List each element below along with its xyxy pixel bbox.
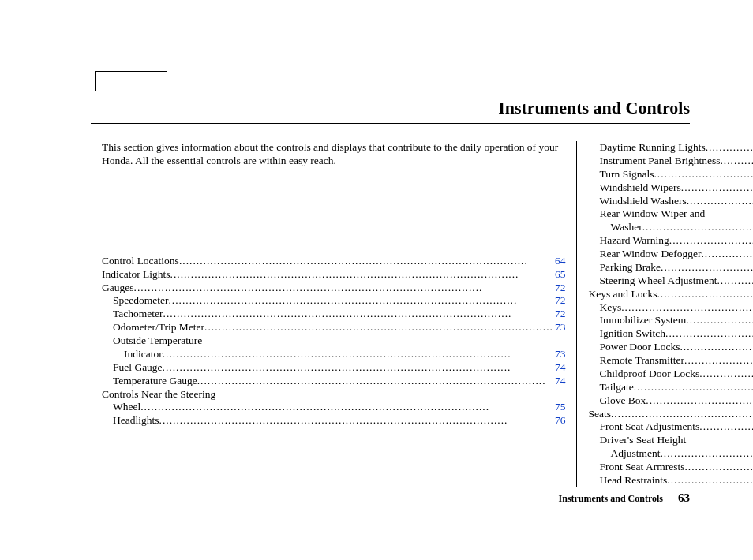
toc-label: Windshield Wipers: [588, 181, 680, 195]
toc-entry[interactable]: Turn Signals 77: [588, 168, 753, 181]
toc-leader-dots: [179, 255, 553, 268]
toc-label: Tachometer: [102, 308, 163, 321]
toc-page-number[interactable]: 74: [553, 375, 566, 388]
toc-page-number[interactable]: 64: [553, 255, 566, 268]
toc-entry[interactable]: Gauges 72: [102, 282, 565, 295]
toc-leader-dots: [665, 327, 753, 341]
toc-page-number[interactable]: 76: [553, 414, 566, 427]
toc-entry[interactable]: Steering Wheel Adjustment 83: [588, 274, 753, 288]
toc-leader-dots: [669, 234, 753, 248]
page-footer: Instruments and Controls 63: [559, 491, 690, 505]
toc-label: Odometer/Trip Meter: [102, 321, 204, 334]
toc-leader-dots: [687, 195, 753, 208]
toc-entry: Driver's Seat Height: [588, 434, 753, 447]
toc-leader-dots: [657, 288, 753, 301]
toc-page-number[interactable]: 72: [553, 308, 566, 321]
toc-entry[interactable]: Wheel 75: [102, 401, 565, 414]
toc-entry[interactable]: Control Locations 64: [102, 255, 565, 268]
toc-leader-dots: [170, 268, 553, 282]
toc-leader-dots: [168, 294, 553, 308]
toc-label: Turn Signals: [588, 168, 654, 181]
toc-entry: Outside Temperature: [102, 334, 565, 348]
toc-entry[interactable]: Adjustment 98: [588, 447, 753, 461]
toc-entry[interactable]: Daytime Running Lights 77: [588, 141, 753, 155]
toc-leader-dots: [611, 408, 753, 421]
footer-title: Instruments and Controls: [559, 493, 663, 504]
toc-entry[interactable]: Windshield Wipers 78: [588, 181, 753, 195]
chapter-title: Instruments and Controls: [91, 98, 690, 118]
toc-entry[interactable]: Remote Transmitter 89: [588, 354, 753, 368]
toc-label: Tailgate: [588, 381, 633, 394]
toc-entry[interactable]: Tachometer 72: [102, 308, 565, 321]
toc-leader-dots: [680, 341, 753, 354]
toc-page-number[interactable]: 72: [553, 282, 566, 295]
toc-label: Keys: [588, 301, 621, 315]
toc-label: Ignition Switch: [588, 327, 665, 341]
footer-page-number: 63: [678, 491, 690, 504]
toc-leader-dots: [204, 321, 553, 334]
column-2: Daytime Running Lights 77Instrument Pane…: [576, 141, 753, 487]
toc-entry[interactable]: Speedometer 72: [102, 294, 565, 308]
toc-entry[interactable]: Front Seat Adjustments 97: [588, 420, 753, 434]
toc-label: Windshield Washers: [588, 195, 686, 208]
toc-label: Headlights: [102, 414, 159, 427]
toc-entry[interactable]: Washer 80: [588, 221, 753, 234]
toc-entry[interactable]: Seats 97: [588, 408, 753, 421]
toc-entry[interactable]: Childproof Door Locks 93: [588, 368, 753, 381]
toc-leader-dots: [134, 282, 553, 295]
toc-leader-dots: [197, 375, 553, 388]
toc-label: Remote Transmitter: [588, 354, 684, 368]
toc-entry[interactable]: Fuel Gauge 74: [102, 361, 565, 375]
toc-entry[interactable]: Head Restraints 99: [588, 474, 753, 487]
toc-leader-dots: [660, 447, 753, 461]
toc-entry[interactable]: Parking Brake 82: [588, 261, 753, 274]
toc-entry[interactable]: Tailgate 93: [588, 381, 753, 394]
toc-entry[interactable]: Temperature Gauge 74: [102, 375, 565, 388]
toc-entry[interactable]: Hazard Warning 81: [588, 234, 753, 248]
toc-label: Gauges: [102, 282, 134, 295]
toc-leader-dots: [163, 348, 553, 361]
toc-page-number[interactable]: 72: [553, 294, 566, 308]
toc-page-number[interactable]: 73: [553, 321, 566, 334]
toc-label: Adjustment: [588, 447, 660, 461]
toc-leader-dots: [684, 461, 753, 474]
column-1: This section gives information about the…: [91, 141, 576, 487]
toc-entry[interactable]: Immobilizer System 85: [588, 314, 753, 327]
toc-entry[interactable]: Instrument Panel Brightness 77: [588, 155, 753, 168]
toc-entry[interactable]: Indicator 73: [102, 348, 565, 361]
toc-label: Speedometer: [102, 294, 168, 308]
toc-entry[interactable]: Keys 84: [588, 301, 753, 315]
toc-leader-dots: [686, 314, 753, 327]
toc-columns: This section gives information about the…: [91, 141, 690, 487]
toc-list-1: Control Locations 64Indicator Lights 65G…: [102, 255, 565, 427]
toc-list-2: Daytime Running Lights 77Instrument Pane…: [588, 141, 753, 487]
toc-label: Steering Wheel Adjustment: [588, 274, 717, 288]
toc-entry[interactable]: Headlights 76: [102, 414, 565, 427]
toc-leader-dots: [706, 141, 753, 155]
toc-page-number[interactable]: 74: [553, 361, 566, 375]
toc-entry[interactable]: Front Seat Armrests 98: [588, 461, 753, 474]
toc-entry[interactable]: Keys and Locks 84: [588, 288, 753, 301]
toc-leader-dots: [621, 301, 753, 315]
toc-entry[interactable]: Odometer/Trip Meter 73: [102, 321, 565, 334]
toc-label: Instrument Panel Brightness: [588, 155, 720, 168]
toc-label: Controls Near the Steering: [102, 388, 215, 401]
toc-leader-dots: [681, 181, 753, 195]
toc-entry[interactable]: Ignition Switch 86: [588, 327, 753, 341]
toc-label: Wheel: [102, 401, 140, 414]
toc-entry[interactable]: Windshield Washers 79: [588, 195, 753, 208]
toc-label: Indicator Lights: [102, 268, 170, 282]
toc-entry[interactable]: Indicator Lights 65: [102, 268, 565, 282]
toc-page-number[interactable]: 65: [553, 268, 566, 282]
toc-entry[interactable]: Power Door Locks 88: [588, 341, 753, 354]
toc-page-number[interactable]: 75: [553, 401, 566, 414]
toc-entry[interactable]: Rear Window Defogger 81: [588, 248, 753, 261]
toc-label: Front Seat Armrests: [588, 461, 684, 474]
toc-entry[interactable]: Glove Box 96: [588, 394, 753, 408]
toc-label: Hazard Warning: [588, 234, 669, 248]
toc-leader-dots: [163, 361, 553, 375]
toc-leader-dots: [701, 248, 753, 261]
toc-leader-dots: [163, 308, 553, 321]
toc-page-number[interactable]: 73: [553, 348, 566, 361]
toc-leader-dots: [667, 474, 753, 487]
